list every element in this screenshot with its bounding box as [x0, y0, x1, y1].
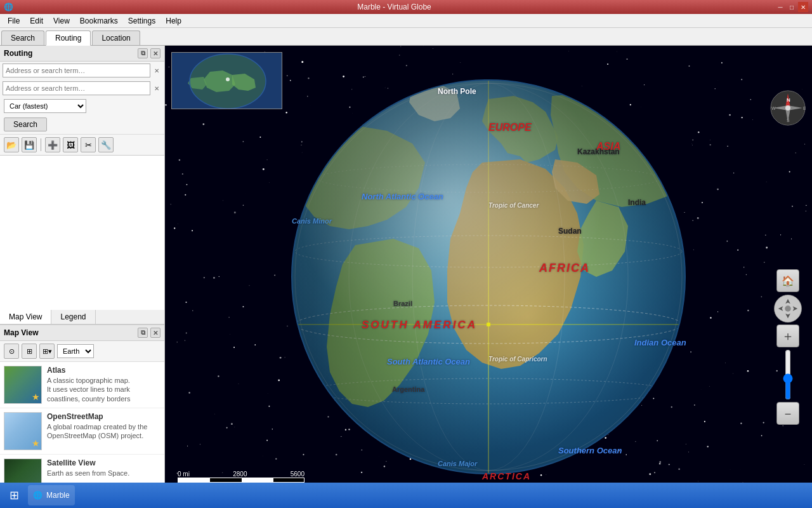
menubar: File Edit View Bookmarks Settings Help: [0, 14, 812, 28]
titlebar: 🌐 Marble - Virtual Globe ─ □ ✕: [0, 0, 812, 14]
list-item[interactable]: ★ Atlas A classic topographic map. It us…: [0, 362, 164, 408]
zoom-out-button[interactable]: －: [776, 402, 799, 425]
toolbar-separator-1: [41, 138, 41, 151]
osm-star: ★: [32, 438, 40, 448]
taskbar: ⊞ 🌐 Marble: [0, 483, 812, 508]
maximize-button[interactable]: □: [787, 2, 797, 12]
delete-button[interactable]: ✂: [81, 137, 96, 152]
save-route-button[interactable]: 💾: [22, 137, 37, 152]
scale-labels: 0 mi 2800 5600: [178, 471, 304, 478]
routing-toolbar: 📂 💾 ➕ 🖼 ✂ 🔧: [0, 134, 164, 155]
scale-bar: 0 mi 2800 5600: [178, 471, 304, 483]
tab-bar: Search Routing Location: [0, 28, 812, 46]
sidebar: Routing ⧉ ✕ ✕ ✕ Car (fastest) Car (short…: [0, 46, 165, 508]
upload-button[interactable]: 🖼: [63, 137, 78, 152]
routing-search-button[interactable]: Search: [4, 117, 47, 131]
routing-panel-detach[interactable]: ⧉: [138, 48, 148, 58]
globe-select[interactable]: Earth Moon Mars: [57, 344, 94, 358]
map-view-title: Map View: [4, 328, 38, 337]
load-icon: 📂: [6, 140, 16, 150]
svg-text:E: E: [803, 106, 806, 110]
window-controls: ─ □ ✕: [775, 2, 808, 12]
list-item[interactable]: ★ OpenStreetMap A global roadmap created…: [0, 408, 164, 455]
menu-settings[interactable]: Settings: [123, 15, 160, 27]
menu-edit[interactable]: Edit: [25, 15, 48, 27]
menu-file[interactable]: File: [3, 15, 25, 27]
scale-label-0: 0 mi: [178, 471, 190, 478]
svg-point-36: [785, 305, 791, 312]
map-view-header: Map View ⧉ ✕: [0, 325, 164, 341]
destination-input-row: ✕: [0, 79, 164, 97]
menu-view[interactable]: View: [48, 15, 75, 27]
tab-routing[interactable]: Routing: [46, 30, 91, 46]
svg-text:S: S: [787, 118, 790, 123]
minimap: [171, 52, 282, 109]
svg-point-18: [292, 80, 685, 474]
taskbar-app-label: Marble: [46, 491, 70, 500]
osm-thumbnail: ★: [4, 412, 42, 450]
atlas-name: Atlas: [47, 366, 160, 375]
tab-legend[interactable]: Legend: [51, 310, 95, 324]
home-button[interactable]: 🏠: [776, 269, 799, 292]
atlas-star: ★: [32, 392, 40, 402]
scale-label-max: 5600: [291, 471, 304, 478]
taskbar-app[interactable]: 🌐 Marble: [28, 485, 75, 505]
destination-input[interactable]: [3, 81, 150, 95]
origin-input[interactable]: [3, 64, 150, 77]
routing-panel-controls: ⧉ ✕: [138, 48, 160, 58]
map-view-controls: ⧉ ✕: [138, 328, 160, 338]
atlas-desc: A classic topographic map. It uses vecto…: [47, 376, 160, 403]
zoom-slider[interactable]: [782, 349, 794, 400]
titlebar-icon: 🌐: [4, 3, 13, 11]
pan-button[interactable]: [774, 295, 802, 323]
osm-name: OpenStreetMap: [47, 412, 160, 421]
vehicle-select[interactable]: Car (fastest) Car (shortest) Bicycle Wal…: [4, 99, 86, 113]
main-layout: Routing ⧉ ✕ ✕ ✕ Car (fastest) Car (short…: [0, 46, 812, 508]
menu-help[interactable]: Help: [160, 15, 187, 27]
route-results: [0, 156, 164, 310]
tab-location[interactable]: Location: [92, 30, 140, 45]
routing-panel: Routing ⧉ ✕ ✕ ✕ Car (fastest) Car (short…: [0, 46, 164, 156]
globe[interactable]: [273, 61, 704, 493]
zoom-in-button[interactable]: ＋: [776, 324, 799, 347]
svg-point-26: [785, 105, 790, 110]
close-button[interactable]: ✕: [798, 2, 808, 12]
map-view-close[interactable]: ✕: [150, 328, 160, 338]
map-type-grid-button[interactable]: ⊞: [22, 344, 37, 359]
routing-panel-title: Routing: [4, 49, 32, 58]
atlas-thumbnail: ★: [4, 366, 42, 404]
svg-text:N: N: [787, 97, 790, 103]
start-button[interactable]: ⊞: [3, 484, 25, 507]
map-view-detach[interactable]: ⧉: [138, 328, 148, 338]
settings-button[interactable]: 🔧: [98, 137, 114, 152]
scale-bar-visual: [178, 478, 304, 483]
add-icon: ➕: [48, 140, 58, 150]
menu-bookmarks[interactable]: Bookmarks: [75, 15, 123, 27]
osm-desc: A global roadmap created by the OpenStre…: [47, 422, 160, 441]
vehicle-row: Car (fastest) Car (shortest) Bicycle Wal…: [0, 97, 164, 115]
destination-clear-button[interactable]: ✕: [152, 83, 162, 93]
svg-text:W: W: [771, 106, 776, 110]
map-type-dropdown[interactable]: ⊞▾: [39, 344, 55, 359]
minimap-content: [172, 53, 282, 109]
origin-clear-button[interactable]: ✕: [152, 65, 162, 76]
origin-input-row: ✕: [0, 62, 164, 79]
tab-map-view[interactable]: Map View: [0, 310, 51, 324]
compass[interactable]: N E S W: [770, 90, 806, 126]
upload-icon: 🖼: [67, 140, 75, 150]
tab-search[interactable]: Search: [1, 30, 44, 45]
map-view-toolbar: ⊙ ⊞ ⊞▾ Earth Moon Mars: [0, 341, 164, 362]
bottom-tabs: Map View Legend: [0, 310, 164, 324]
search-button-row: Search: [0, 115, 164, 134]
satellite-desc: Earth as seen from Space.: [47, 469, 160, 478]
routing-panel-header: Routing ⧉ ✕: [0, 46, 164, 62]
map-area[interactable]: North Pole EUROPE ASIA AFRICA North Atla…: [165, 46, 812, 508]
routing-panel-close[interactable]: ✕: [150, 48, 160, 58]
map-type-globe-button[interactable]: ⊙: [4, 344, 19, 359]
app-icon: 🌐: [4, 3, 13, 11]
load-route-button[interactable]: 📂: [4, 137, 19, 152]
minimize-button[interactable]: ─: [775, 2, 785, 12]
scale-label-mid: 2800: [233, 471, 247, 478]
add-waypoint-button[interactable]: ➕: [45, 137, 60, 152]
save-icon: 💾: [24, 140, 34, 150]
